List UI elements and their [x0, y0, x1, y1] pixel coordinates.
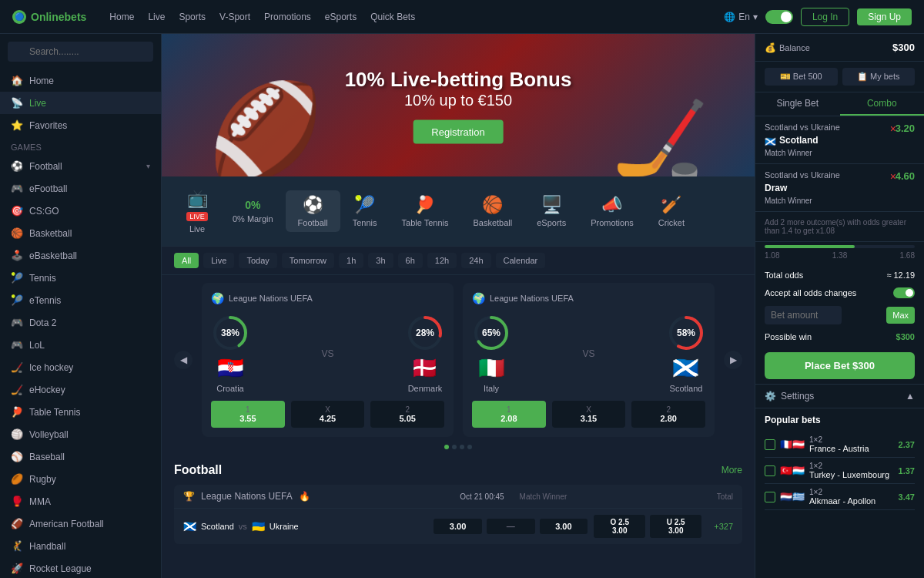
- pop-flags-2: 🇳🇱🇬🇷: [780, 491, 805, 502]
- lang-selector[interactable]: 🌐 En ▾: [724, 12, 758, 22]
- pop-check-2[interactable]: [765, 492, 775, 502]
- dot-1[interactable]: [444, 445, 449, 449]
- dot-3[interactable]: [460, 445, 464, 449]
- sidebar-item-cs:go[interactable]: 🎯CS:GO: [0, 200, 161, 222]
- sidebar-item-favorites[interactable]: ⭐ Favorites: [0, 114, 161, 136]
- max-button[interactable]: Max: [886, 307, 915, 324]
- sidebar-item-live[interactable]: 📡 Live: [0, 92, 161, 114]
- sidebar-item-ehockey[interactable]: 🏒eHockey: [0, 378, 161, 401]
- sidebar-item-american-football[interactable]: 🏈American Football: [0, 512, 161, 535]
- nav-promotions[interactable]: Promotions: [264, 12, 311, 22]
- sidebar-item-home[interactable]: 🏠 Home: [0, 69, 161, 92]
- sidebar-item-rocket-league[interactable]: 🚀Rocket League: [0, 557, 161, 578]
- sport-icon-4: 🏓: [414, 195, 435, 215]
- quick-sport-tennis[interactable]: 🎾Tennis: [340, 190, 390, 232]
- quick-sport-live[interactable]: 📺LIVELive: [174, 184, 220, 238]
- total-under[interactable]: U 2.53.00: [650, 515, 701, 538]
- bet500-tab[interactable]: 🎫 Bet 500: [765, 68, 838, 86]
- odd-2-x[interactable]: X 3.15: [552, 401, 626, 428]
- registration-button[interactable]: Registration: [413, 119, 503, 143]
- fw-odd-x[interactable]: —: [487, 519, 535, 534]
- sidebar-item-mma[interactable]: 🥊MMA: [0, 490, 161, 512]
- filter-btn-24h[interactable]: 24h: [461, 253, 490, 268]
- theme-toggle[interactable]: [765, 10, 793, 24]
- combo-tab[interactable]: Combo: [840, 92, 925, 116]
- filter-btn-live[interactable]: Live: [203, 253, 234, 268]
- sidebar-item-football[interactable]: ⚽Football▾: [0, 155, 161, 177]
- accept-odds-toggle[interactable]: [893, 287, 915, 298]
- odd-2-1[interactable]: 1 2.08: [472, 401, 546, 428]
- prev-arrow[interactable]: ◀: [174, 351, 192, 369]
- sidebar-item-rugby[interactable]: 🏉Rugby: [0, 468, 161, 490]
- more-odds[interactable]: +327: [714, 522, 733, 531]
- sidebar-item-lol[interactable]: 🎮LoL: [0, 334, 161, 356]
- next-arrow[interactable]: ▶: [724, 351, 742, 369]
- popular-item-0[interactable]: 🇫🇷🇦🇹 1×2 France - Austria 2.37: [765, 432, 915, 458]
- quick-sport-cricket[interactable]: 🏏Cricket: [646, 190, 697, 232]
- single-bet-tab[interactable]: Single Bet: [755, 92, 840, 116]
- filter-btn-3h[interactable]: 3h: [368, 253, 393, 268]
- login-button[interactable]: Log In: [801, 8, 849, 26]
- nav-sports[interactable]: Sports: [179, 12, 206, 22]
- dot-2[interactable]: [452, 445, 457, 449]
- dot-4[interactable]: [467, 445, 472, 449]
- nav-live[interactable]: Live: [148, 12, 165, 22]
- sidebar-item-table-tennis[interactable]: 🏓Table Tennis: [0, 401, 161, 423]
- filter-btn-1h[interactable]: 1h: [339, 253, 363, 268]
- nav-quickbets[interactable]: Quick Bets: [370, 12, 415, 22]
- popular-item-2[interactable]: 🇳🇱🇬🇷 1×2 Alkmaar - Apollon 3.47: [765, 484, 915, 510]
- more-link[interactable]: More: [721, 465, 742, 476]
- sidebar-item-efootball[interactable]: 🎮eFootball: [0, 177, 161, 200]
- settings-row[interactable]: ⚙️ Settings ▲: [755, 384, 924, 408]
- popular-item-1[interactable]: 🇹🇷🇱🇺 1×2 Turkey - Luxembourg 1.37: [765, 458, 915, 484]
- filter-btn-calendar[interactable]: Calendar: [496, 253, 546, 268]
- filter-btn-6h[interactable]: 6h: [398, 253, 423, 268]
- sidebar-item-handball[interactable]: 🤾Handball: [0, 535, 161, 557]
- filter-btn-tomorrow[interactable]: Tomorrow: [282, 253, 334, 268]
- quick-sport-table-tennis[interactable]: 🏓Table Tennis: [390, 190, 461, 232]
- possible-win-val: $300: [896, 332, 915, 341]
- filter-btn-today[interactable]: Today: [239, 253, 276, 268]
- odd-1-2[interactable]: 2 5.05: [370, 401, 444, 428]
- odd-2-2[interactable]: 2 2.80: [631, 401, 705, 428]
- combo-single-tabs: Single Bet Combo: [755, 92, 924, 116]
- settings-icon: ⚙️: [765, 391, 776, 402]
- signup-button[interactable]: Sign Up: [857, 8, 912, 25]
- pop-check-1[interactable]: [765, 465, 775, 476]
- nav-vsport[interactable]: V-Sport: [219, 12, 250, 22]
- nav-home[interactable]: Home: [109, 12, 134, 22]
- odd-1-x[interactable]: X 4.25: [291, 401, 365, 428]
- sidebar-item-ice-hockey[interactable]: 🏒Ice hockey: [0, 356, 161, 378]
- pop-check-0[interactable]: [765, 439, 775, 450]
- football-title: Football: [174, 463, 222, 477]
- pop-flags-0: 🇫🇷🇦🇹: [780, 439, 805, 450]
- sidebar-item-etennis[interactable]: 🎾eTennis: [0, 289, 161, 311]
- quick-sport-esports[interactable]: 🖥️eSports: [524, 190, 578, 232]
- quick-sport-promotions[interactable]: 📣Promotions: [578, 190, 646, 232]
- fw-odd-2[interactable]: 3.00: [540, 519, 588, 534]
- sidebar-item-basketball[interactable]: 🏀Basketball: [0, 222, 161, 244]
- sidebar-item-dota-2[interactable]: 🎮Dota 2: [0, 311, 161, 334]
- total-over[interactable]: O 2.53.00: [594, 515, 645, 538]
- bet-amount-input[interactable]: [765, 306, 842, 324]
- sidebar-item-baseball[interactable]: ⚾Baseball: [0, 445, 161, 468]
- fw-odd-1[interactable]: 3.00: [434, 519, 482, 534]
- games-section-header: Games: [0, 136, 161, 155]
- chevron-icon: ▾: [146, 162, 150, 170]
- quick-sport-football[interactable]: ⚽Football: [286, 190, 340, 232]
- filter-btn-12h[interactable]: 12h: [427, 253, 457, 268]
- nav-esports[interactable]: eSports: [325, 12, 357, 22]
- scotland-name: Scotland: [670, 384, 703, 393]
- league-name: League Nations UEFA: [201, 491, 293, 502]
- quick-sport-0%-margin[interactable]: 0%0% Margin: [220, 194, 286, 228]
- place-bet-button[interactable]: Place Bet $300: [765, 352, 915, 379]
- search-input[interactable]: [8, 42, 153, 62]
- possible-win-label: Possible win: [765, 332, 812, 341]
- mybets-tab[interactable]: 📋 My bets: [842, 68, 916, 86]
- quick-sport-basketball[interactable]: 🏀Basketball: [460, 190, 524, 232]
- sidebar-item-tennis[interactable]: 🎾Tennis: [0, 267, 161, 289]
- filter-btn-all[interactable]: All: [174, 253, 199, 268]
- sidebar-item-volleyball[interactable]: 🏐Volleyball: [0, 423, 161, 445]
- odd-1-1[interactable]: 1 3.55: [211, 401, 285, 428]
- sidebar-item-ebasketball[interactable]: 🕹️eBasketball: [0, 244, 161, 267]
